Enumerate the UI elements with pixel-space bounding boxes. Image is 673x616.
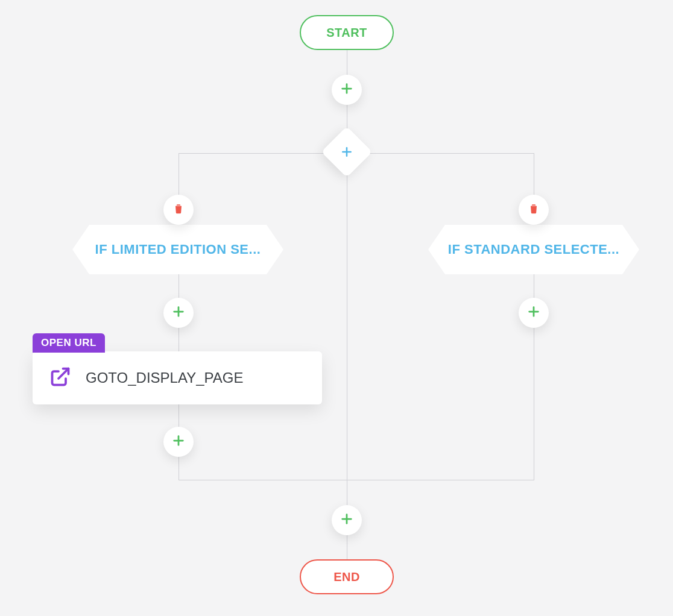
add-step-button[interactable] — [332, 75, 362, 105]
plus-icon — [527, 305, 540, 321]
action-tag: OPEN URL — [33, 333, 105, 353]
connector — [347, 50, 347, 480]
add-step-button[interactable] — [519, 298, 549, 328]
plus-icon — [340, 82, 353, 98]
plus-icon — [172, 434, 185, 450]
delete-branch-button[interactable] — [519, 195, 549, 225]
open-url-icon — [49, 366, 71, 390]
add-step-button[interactable] — [332, 505, 362, 535]
end-label: END — [333, 570, 360, 584]
condition-node-left[interactable]: IF LIMITED EDITION SE... — [72, 225, 283, 274]
trash-icon — [172, 203, 185, 217]
plus-icon — [340, 512, 353, 528]
condition-label: IF STANDARD SELECTE... — [448, 242, 619, 257]
start-node[interactable]: START — [300, 15, 394, 50]
end-node[interactable]: END — [300, 559, 394, 594]
trash-icon — [528, 203, 540, 217]
condition-label: IF LIMITED EDITION SE... — [95, 242, 261, 257]
plus-icon — [172, 305, 185, 321]
connector — [179, 480, 534, 480]
action-label: GOTO_DISPLAY_PAGE — [86, 369, 243, 386]
delete-branch-button[interactable] — [163, 195, 194, 225]
action-node-open-url[interactable]: OPEN URL GOTO_DISPLAY_PAGE — [33, 351, 322, 404]
start-label: START — [326, 26, 367, 40]
branch-node[interactable] — [321, 127, 373, 178]
add-step-button[interactable] — [163, 427, 194, 457]
add-step-button[interactable] — [163, 298, 194, 328]
condition-node-right[interactable]: IF STANDARD SELECTE... — [428, 225, 639, 274]
